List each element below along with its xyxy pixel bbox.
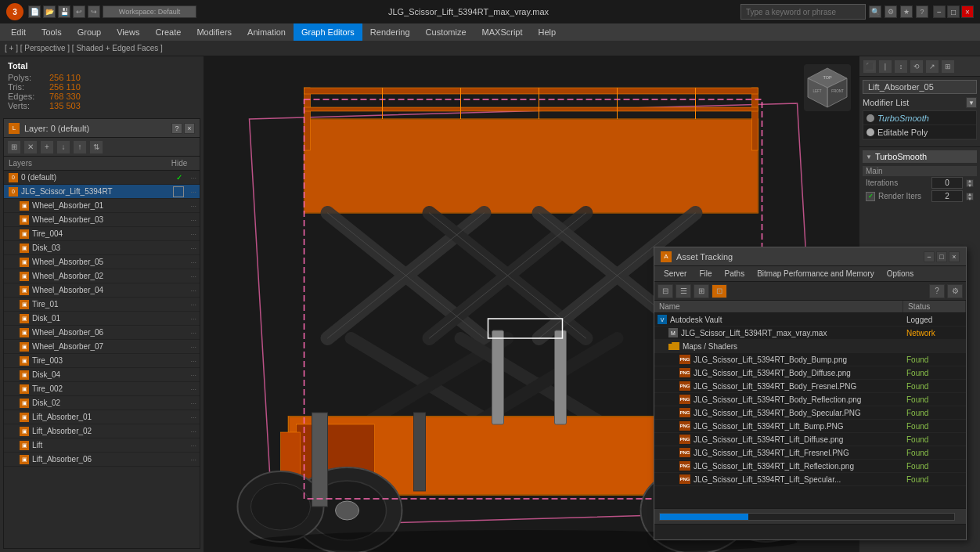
modifier-item-turbosmooth[interactable]: TurboSmooth: [863, 111, 976, 125]
search-btn[interactable]: 🔍: [869, 5, 881, 18]
iterations-spinner[interactable]: ▲ ▼: [966, 179, 974, 187]
layer-item[interactable]: ▣Disk_04···: [4, 368, 200, 382]
new-file-btn[interactable]: 📄: [28, 5, 41, 18]
layer-tb-btn-1[interactable]: ✕: [23, 140, 38, 154]
at-row[interactable]: VAutodesk VaultLogged: [654, 313, 966, 327]
menu-item-customize[interactable]: Customize: [418, 23, 474, 41]
layer-item[interactable]: ▣Wheel_Absorber_05···: [4, 255, 200, 269]
menu-item-animation[interactable]: Animation: [240, 23, 294, 41]
maximize-btn[interactable]: □: [947, 5, 960, 18]
undo-btn[interactable]: ↩: [73, 5, 85, 18]
layer-tb-btn-5[interactable]: ⇅: [89, 140, 103, 154]
layer-item[interactable]: 00 (default)✓···: [4, 171, 200, 185]
at-row[interactable]: MJLG_Scissor_Lift_5394RT_max_vray.maxNet…: [654, 327, 966, 340]
layer-panel-close-btn[interactable]: ×: [184, 123, 195, 134]
at-settings-btn[interactable]: ⚙: [947, 284, 963, 298]
redo-btn[interactable]: ↪: [88, 5, 100, 18]
at-tb-btn-2[interactable]: ⊞: [694, 284, 709, 298]
layer-item[interactable]: ▣Disk_03···: [4, 241, 200, 255]
layer-tb-btn-3[interactable]: ↓: [56, 140, 70, 154]
menu-item-graph-editors[interactable]: Graph Editors: [294, 23, 362, 41]
layer-item[interactable]: ▣Lift_Absorber_02···: [4, 424, 200, 438]
rp-btn-5[interactable]: ⊞: [941, 60, 955, 74]
toolbar-extra-1[interactable]: ⚙: [885, 5, 897, 18]
menu-item-rendering[interactable]: Rendering: [362, 23, 418, 41]
layer-tb-btn-0[interactable]: ⊞: [7, 140, 21, 154]
menu-item-modifiers[interactable]: Modifiers: [189, 23, 240, 41]
layer-item[interactable]: ▣Tire_01···: [4, 298, 200, 312]
layer-item[interactable]: ▣Wheel_Absorber_07···: [4, 340, 200, 354]
layer-item-box[interactable]: [173, 186, 184, 197]
menu-item-create[interactable]: Create: [147, 23, 189, 41]
layer-item[interactable]: ▣Lift_Absorber_06···: [4, 453, 200, 467]
render-iters-input[interactable]: [931, 190, 963, 202]
iterations-input[interactable]: [931, 177, 963, 189]
at-row[interactable]: PNGJLG_Scissor_Lift_5394RT_Lift_Specular…: [654, 473, 966, 486]
at-row[interactable]: PNGJLG_Scissor_Lift_5394RT_Body_Fresnel.…: [654, 380, 966, 393]
close-btn[interactable]: ×: [961, 5, 974, 18]
at-menu-bitmap-performance-and-memory[interactable]: Bitmap Performance and Memory: [751, 269, 881, 279]
toolbar-extra-2[interactable]: ★: [900, 5, 913, 18]
layer-item[interactable]: ▣Disk_02···: [4, 396, 200, 410]
at-close-btn[interactable]: ×: [949, 251, 960, 262]
obj-name-bar[interactable]: Lift_Absorber_05: [863, 80, 977, 94]
at-help-btn[interactable]: ?: [929, 284, 945, 298]
save-btn[interactable]: 💾: [58, 5, 70, 18]
at-tb-btn-1[interactable]: ☰: [676, 284, 691, 298]
at-row[interactable]: PNGJLG_Scissor_Lift_5394RT_Body_Reflecti…: [654, 393, 966, 406]
layer-item[interactable]: ▣Lift_Absorber_01···: [4, 410, 200, 424]
menu-item-views[interactable]: Views: [109, 23, 147, 41]
layer-item[interactable]: 0JLG_Scissor_Lift_5394RT···: [4, 185, 200, 199]
menu-item-edit[interactable]: Edit: [3, 23, 34, 41]
open-file-btn[interactable]: 📂: [43, 5, 56, 18]
menu-item-tools[interactable]: Tools: [34, 23, 70, 41]
minimize-btn[interactable]: −: [933, 5, 946, 18]
at-minimize-btn[interactable]: −: [924, 251, 935, 262]
at-row[interactable]: PNGJLG_Scissor_Lift_5394RT_Body_Bump.png…: [654, 353, 966, 366]
at-menu-server[interactable]: Server: [658, 269, 693, 279]
at-tb-btn-0[interactable]: ⊟: [658, 284, 673, 298]
at-menu-paths[interactable]: Paths: [719, 269, 751, 279]
at-row[interactable]: PNGJLG_Scissor_Lift_5394RT_Lift_Diffuse.…: [654, 433, 966, 446]
render-iters-checkbox[interactable]: ✓: [866, 192, 875, 201]
at-row[interactable]: Maps / Shaders: [654, 340, 966, 353]
workspace-dropdown[interactable]: Workspace: Default: [103, 5, 196, 18]
layer-tb-btn-2[interactable]: +: [40, 140, 54, 154]
at-tb-btn-3[interactable]: ⊡: [712, 284, 727, 298]
search-input[interactable]: [740, 4, 866, 20]
rp-btn-1[interactable]: |: [878, 60, 892, 74]
layer-item[interactable]: ▣Wheel_Absorber_02···: [4, 269, 200, 283]
viewport-cube[interactable]: TOP FRONT LEFT: [804, 64, 851, 111]
layer-item[interactable]: ▣Lift···: [4, 438, 200, 453]
at-row[interactable]: PNGJLG_Scissor_Lift_5394RT_Body_Diffuse.…: [654, 366, 966, 380]
layer-panel-help-btn[interactable]: ?: [171, 123, 182, 134]
at-row[interactable]: PNGJLG_Scissor_Lift_5394RT_Lift_Bump.PNG…: [654, 420, 966, 433]
layer-tb-btn-4[interactable]: ↑: [73, 140, 87, 154]
menu-item-help[interactable]: Help: [531, 23, 564, 41]
layer-item[interactable]: ▣Tire_002···: [4, 382, 200, 396]
layer-item[interactable]: ▣Tire_004···: [4, 227, 200, 241]
at-path-input[interactable]: [658, 528, 963, 536]
layer-item[interactable]: ▣Wheel_Absorber_04···: [4, 283, 200, 298]
menu-item-group[interactable]: Group: [70, 23, 110, 41]
at-row[interactable]: PNGJLG_Scissor_Lift_5394RT_Lift_Reflecti…: [654, 460, 966, 473]
at-menu-options[interactable]: Options: [881, 269, 920, 279]
at-menu-file[interactable]: File: [693, 269, 718, 279]
layer-item[interactable]: ▣Wheel_Absorber_06···: [4, 326, 200, 340]
layer-item[interactable]: ▣Tire_003···: [4, 354, 200, 368]
layer-item[interactable]: ▣Wheel_Absorber_03···: [4, 213, 200, 227]
modifier-list-dropdown[interactable]: ▼: [966, 97, 977, 108]
rp-btn-4[interactable]: ↗: [925, 60, 939, 74]
layer-item[interactable]: ▣Disk_01···: [4, 312, 200, 326]
render-iters-spinner[interactable]: ▲ ▼: [966, 193, 974, 200]
help-btn[interactable]: ?: [916, 5, 928, 18]
rp-btn-2[interactable]: ↕: [894, 60, 908, 74]
rp-btn-3[interactable]: ⟲: [910, 60, 924, 74]
rp-btn-0[interactable]: ⬛: [863, 60, 877, 74]
menu-item-maxscript[interactable]: MAXScript: [474, 23, 531, 41]
modifier-item-editablepoly[interactable]: Editable Poly: [863, 125, 976, 139]
at-maximize-btn[interactable]: □: [936, 251, 947, 262]
at-row[interactable]: PNGJLG_Scissor_Lift_5394RT_Body_Specular…: [654, 406, 966, 420]
layer-item[interactable]: ▣Wheel_Absorber_01···: [4, 199, 200, 213]
at-row[interactable]: PNGJLG_Scissor_Lift_5394RT_Lift_Fresnel.…: [654, 446, 966, 460]
